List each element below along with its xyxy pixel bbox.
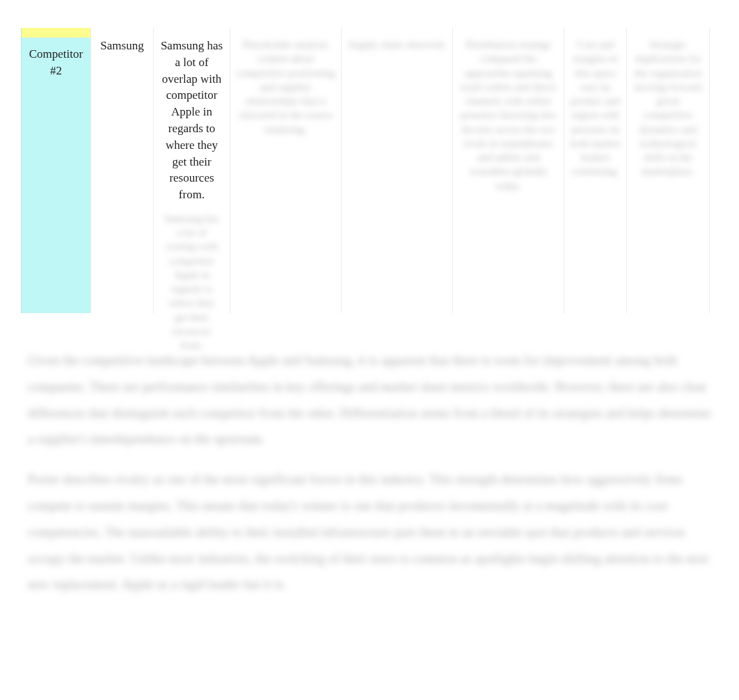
cell-col7: Strategic implications for the organizat…: [627, 28, 709, 306]
body-paragraphs: Given the competitive landscape between …: [21, 348, 718, 598]
cell-overlap: Samsung has a lot of overlap with compet…: [159, 38, 224, 203]
cell-overlap-blur: Samsung has a lot of overlap with compet…: [159, 209, 224, 356]
column-overlap: Samsung has a lot of overlap with compet…: [153, 28, 230, 313]
cell-col5: Distribution strategy compared the appro…: [453, 28, 564, 306]
column-company: Samsung: [90, 28, 153, 313]
column-7: Strategic implications for the organizat…: [626, 28, 710, 313]
cell-col4: Supply chain observed.: [342, 28, 452, 306]
cell-company: Samsung: [91, 28, 153, 306]
row-label: Competitor #2: [22, 38, 90, 88]
column-5: Distribution strategy compared the appro…: [452, 28, 564, 313]
cell-overlap-wrap: Samsung has a lot of overlap with compet…: [154, 28, 230, 360]
label-highlight-stripe: [22, 28, 90, 38]
cell-col6: Cost and margins in this space vary by p…: [564, 28, 626, 306]
cell-col3: Placeholder analysis content about compe…: [230, 28, 341, 306]
row-label-column: Competitor #2: [21, 28, 90, 313]
paragraph-1: Given the competitive landscape between …: [28, 348, 711, 453]
paragraph-2: Porter describes rivalry as one of the m…: [28, 467, 711, 598]
column-4: Supply chain observed.: [341, 28, 452, 313]
column-3: Placeholder analysis content about compe…: [230, 28, 341, 313]
column-6: Cost and margins in this space vary by p…: [564, 28, 626, 313]
competitor-table: Competitor #2 Samsung Samsung has a lot …: [21, 28, 718, 313]
